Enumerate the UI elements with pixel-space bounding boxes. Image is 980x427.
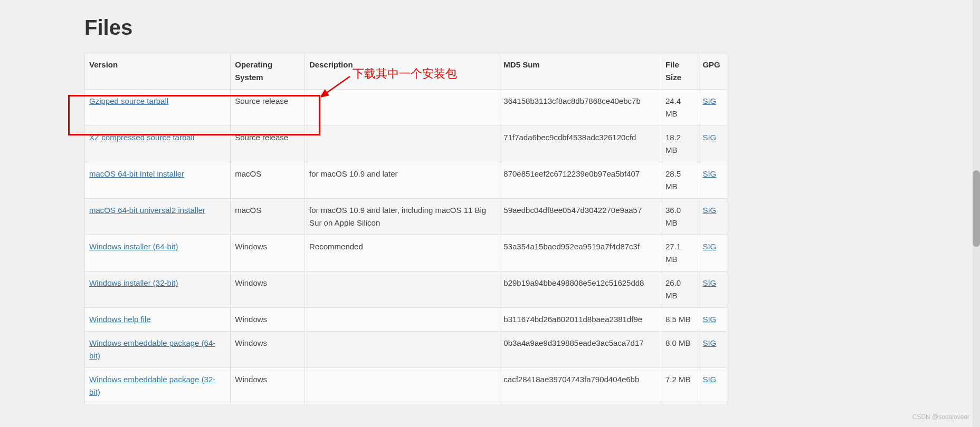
cell-md5: 870e851eef2c6712239e0b97ea5bf407 [499, 162, 661, 199]
sig-link[interactable]: SIG [702, 242, 716, 251]
cell-file-size: 7.2 MB [661, 368, 698, 404]
cell-md5: cacf28418ae39704743fa790d404e6bb [499, 368, 661, 404]
version-link[interactable]: Windows embeddable package (64-bit) [89, 338, 215, 360]
cell-file-size: 26.0 MB [661, 271, 698, 308]
cell-md5: 0b3a4a9ae9d319885eade3ac5aca7d17 [499, 332, 661, 368]
header-gpg: GPG [698, 53, 727, 90]
cell-md5: 71f7ada6bec9cdbf4538adc326120cfd [499, 126, 661, 162]
files-table: Version Operating System Description MD5… [84, 53, 727, 404]
table-row: Windows help fileWindowsb311674bd26a6020… [85, 308, 727, 332]
cell-description: for macOS 10.9 and later [305, 162, 499, 199]
table-row: XZ compressed source tarballSource relea… [85, 126, 727, 162]
cell-md5: b311674bd26a602011d8baea2381df9e [499, 308, 661, 332]
cell-file-size: 8.5 MB [661, 308, 698, 332]
cell-file-size: 8.0 MB [661, 332, 698, 368]
table-row: Windows embeddable package (64-bit)Windo… [85, 332, 727, 368]
version-link[interactable]: Windows help file [89, 315, 151, 324]
scrollbar-thumb[interactable] [973, 170, 980, 247]
cell-os: Source release [231, 126, 305, 162]
header-os: Operating System [231, 53, 305, 90]
sig-link[interactable]: SIG [702, 338, 716, 347]
cell-description: for macOS 10.9 and later, including macO… [305, 199, 499, 235]
sig-link[interactable]: SIG [702, 206, 716, 215]
cell-file-size: 28.5 MB [661, 162, 698, 199]
cell-os: Windows [231, 308, 305, 332]
table-row: Windows installer (32-bit)Windowsb29b19a… [85, 271, 727, 308]
table-row: Windows installer (64-bit)WindowsRecomme… [85, 235, 727, 271]
version-link[interactable]: Windows installer (32-bit) [89, 278, 178, 287]
cell-md5: b29b19a94bbe498808e5e12c51625dd8 [499, 271, 661, 308]
cell-md5: 53a354a15baed952ea9519a7f4d87c3f [499, 235, 661, 271]
sig-link[interactable]: SIG [702, 169, 716, 178]
cell-description [305, 271, 499, 308]
cell-os: Source release [231, 90, 305, 126]
table-row: Windows embeddable package (32-bit)Windo… [85, 368, 727, 404]
version-link[interactable]: macOS 64-bit universal2 installer [89, 206, 205, 215]
version-link[interactable]: Windows installer (64-bit) [89, 242, 178, 251]
header-md5: MD5 Sum [499, 53, 661, 90]
cell-md5: 364158b3113cf8ac8db7868ce40ebc7b [499, 90, 661, 126]
version-link[interactable]: macOS 64-bit Intel installer [89, 169, 184, 178]
cell-os: Windows [231, 368, 305, 404]
cell-os: Windows [231, 235, 305, 271]
sig-link[interactable]: SIG [702, 133, 716, 142]
table-row: macOS 64-bit Intel installermacOSfor mac… [85, 162, 727, 199]
table-header-row: Version Operating System Description MD5… [85, 53, 727, 90]
header-file-size: File Size [661, 53, 698, 90]
table-row: Gzipped source tarballSource release3641… [85, 90, 727, 126]
cell-description: Recommended [305, 235, 499, 271]
cell-description [305, 332, 499, 368]
version-link[interactable]: Windows embeddable package (32-bit) [89, 375, 215, 396]
page-title: Files [84, 16, 896, 40]
cell-file-size: 18.2 MB [661, 126, 698, 162]
cell-file-size: 24.4 MB [661, 90, 698, 126]
sig-link[interactable]: SIG [702, 375, 716, 384]
cell-file-size: 27.1 MB [661, 235, 698, 271]
version-link[interactable]: Gzipped source tarball [89, 96, 168, 105]
cell-os: macOS [231, 162, 305, 199]
cell-file-size: 36.0 MB [661, 199, 698, 235]
header-version: Version [85, 53, 231, 90]
cell-md5: 59aedbc04df8ee0547d3042270e9aa57 [499, 199, 661, 235]
cell-os: Windows [231, 332, 305, 368]
version-link[interactable]: XZ compressed source tarball [89, 133, 194, 142]
sig-link[interactable]: SIG [702, 315, 716, 324]
cell-description [305, 126, 499, 162]
cell-description [305, 308, 499, 332]
cell-os: Windows [231, 271, 305, 308]
cell-os: macOS [231, 199, 305, 235]
watermark: CSDN @sodaloveer [912, 413, 969, 421]
sig-link[interactable]: SIG [702, 96, 716, 105]
table-row: macOS 64-bit universal2 installermacOSfo… [85, 199, 727, 235]
cell-description [305, 368, 499, 404]
cell-description [305, 90, 499, 126]
sig-link[interactable]: SIG [702, 278, 716, 287]
header-description: Description [305, 53, 499, 90]
